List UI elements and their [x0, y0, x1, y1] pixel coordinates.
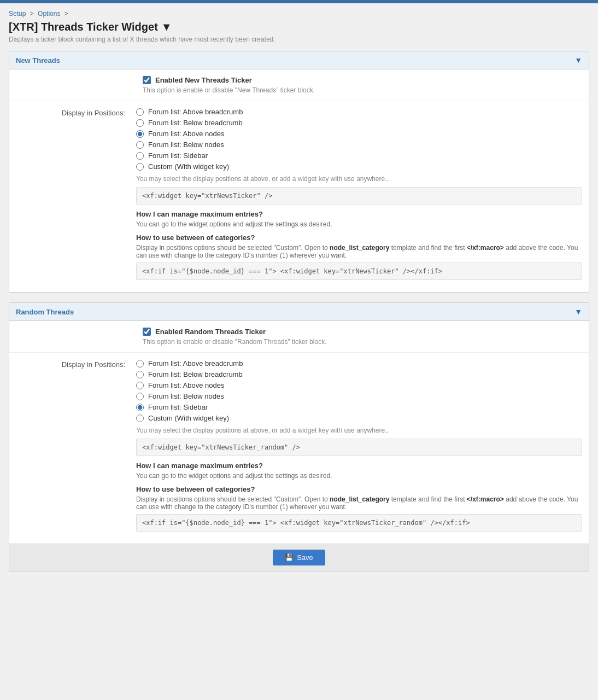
- new-threads-enabled-desc: This option is enable or disable "New Th…: [143, 86, 581, 94]
- new-threads-body: Enabled New Threads Ticker This option i…: [9, 69, 589, 292]
- new-threads-enabled-checkbox[interactable]: [143, 76, 151, 84]
- rt-radio-custom-label[interactable]: Custom (With widget key): [148, 414, 229, 422]
- nt-radio-below-breadcrumb: Forum list: Below breadcrumb: [136, 119, 582, 127]
- nt-position-hint: You may select the display positions at …: [136, 175, 582, 183]
- rt-category-code: <xf:if is="{$node.node_id} === 1"> <xf:w…: [136, 514, 582, 532]
- rt-radio-above-breadcrumb: Forum list: Above breadcrumb: [136, 359, 582, 368]
- nt-category-code: <xf:if is="{$node.node_id} === 1"> <xf:w…: [136, 262, 582, 280]
- random-threads-title: Random Threads: [16, 308, 74, 316]
- rt-position-hint: You may select the display positions at …: [136, 427, 582, 434]
- rt-radio-sidebar-input[interactable]: [136, 404, 144, 411]
- nt-radio-sidebar: Forum list: Sidebar: [136, 151, 582, 160]
- random-threads-enabled-desc: This option is enable or disable "Random…: [143, 338, 581, 346]
- new-threads-title: New Threads: [16, 56, 60, 65]
- nt-radio-above-breadcrumb-input[interactable]: [136, 108, 144, 116]
- save-button-label: Save: [297, 553, 313, 562]
- random-threads-body: Enabled Random Threads Ticker This optio…: [9, 321, 589, 544]
- rt-faq1-title: How I can manage maximum entries?: [136, 462, 582, 470]
- rt-radio-below-breadcrumb-label[interactable]: Forum list: Below breadcrumb: [148, 370, 243, 378]
- rt-faq2-body: Display in positions options should be s…: [136, 495, 582, 511]
- save-icon: 💾: [285, 553, 294, 562]
- rt-faq2-title: How to use between of categories?: [136, 485, 582, 493]
- nt-faq2-title: How to use between of categories?: [136, 234, 582, 242]
- nt-radio-custom: Custom (With widget key): [136, 162, 582, 171]
- page-description: Displays a ticker block containing a lis…: [9, 36, 589, 43]
- save-button[interactable]: 💾 Save: [273, 550, 325, 565]
- nt-radio-above-breadcrumb: Forum list: Above breadcrumb: [136, 108, 582, 116]
- rt-radio-custom-input[interactable]: [136, 415, 144, 422]
- rt-radio-sidebar-label[interactable]: Forum list: Sidebar: [148, 403, 208, 411]
- rt-faq1-body: You can go to the widget options and adj…: [136, 472, 582, 480]
- nt-radio-below-nodes: Forum list: Below nodes: [136, 141, 582, 149]
- new-threads-collapse-icon: ▼: [574, 56, 582, 65]
- breadcrumb-setup[interactable]: Setup: [9, 10, 26, 18]
- rt-radio-above-breadcrumb-label[interactable]: Forum list: Above breadcrumb: [148, 359, 243, 368]
- nt-faq1-title: How I can manage maximum entries?: [136, 210, 582, 218]
- nt-radio-above-nodes-label[interactable]: Forum list: Above nodes: [148, 130, 224, 138]
- new-threads-enabled-label[interactable]: Enabled New Threads Ticker: [155, 76, 252, 84]
- nt-radio-custom-label[interactable]: Custom (With widget key): [148, 162, 229, 171]
- nt-radio-below-breadcrumb-input[interactable]: [136, 119, 144, 127]
- rt-radio-above-nodes: Forum list: Above nodes: [136, 381, 582, 389]
- nt-radio-above-nodes-input[interactable]: [136, 130, 144, 138]
- new-threads-positions-row: Display in Positions: Forum list: Above …: [9, 101, 589, 292]
- random-threads-enabled-checkbox[interactable]: [143, 328, 151, 336]
- breadcrumb-options[interactable]: Options: [38, 10, 60, 18]
- new-threads-header[interactable]: New Threads ▼: [9, 51, 589, 69]
- rt-faq2-bold2: </xf:macro>: [467, 495, 504, 503]
- random-threads-collapse-icon: ▼: [574, 307, 582, 316]
- nt-radio-below-nodes-input[interactable]: [136, 141, 144, 149]
- rt-radio-sidebar: Forum list: Sidebar: [136, 403, 582, 411]
- rt-radio-custom: Custom (With widget key): [136, 414, 582, 422]
- nt-widget-key-code: <xf:widget key="xtrNewsTicker" />: [136, 187, 582, 205]
- rt-radio-below-nodes-input[interactable]: [136, 393, 144, 400]
- rt-radio-below-nodes: Forum list: Below nodes: [136, 392, 582, 400]
- nt-faq1-body: You can go to the widget options and adj…: [136, 220, 582, 228]
- nt-faq2-bold2: </xf:macro>: [467, 244, 504, 252]
- nt-radio-above-nodes: Forum list: Above nodes: [136, 130, 582, 138]
- page-title: [XTR] Threads Ticker Widget ▼: [9, 21, 589, 33]
- random-threads-positions-label: Display in Positions:: [16, 359, 136, 537]
- random-threads-section: Random Threads ▼ Enabled Random Threads …: [9, 302, 589, 571]
- rt-faq2-bold1: node_list_category: [330, 495, 389, 503]
- random-threads-header[interactable]: Random Threads ▼: [9, 303, 589, 321]
- new-threads-positions-label: Display in Positions:: [16, 108, 136, 285]
- nt-radio-custom-input[interactable]: [136, 163, 144, 171]
- new-threads-positions-content: Forum list: Above breadcrumb Forum list:…: [136, 108, 582, 285]
- rt-radio-above-nodes-label[interactable]: Forum list: Above nodes: [148, 381, 224, 389]
- rt-radio-below-nodes-label[interactable]: Forum list: Below nodes: [148, 392, 224, 400]
- breadcrumb: Setup > Options >: [9, 10, 589, 18]
- random-threads-enabled-label[interactable]: Enabled Random Threads Ticker: [155, 328, 266, 336]
- rt-radio-below-breadcrumb: Forum list: Below breadcrumb: [136, 370, 582, 378]
- nt-radio-sidebar-label[interactable]: Forum list: Sidebar: [148, 151, 208, 160]
- rt-radio-below-breadcrumb-input[interactable]: [136, 371, 144, 378]
- new-threads-enabled-row: Enabled New Threads Ticker This option i…: [9, 69, 589, 101]
- rt-radio-above-breadcrumb-input[interactable]: [136, 360, 144, 368]
- title-arrow-icon: ▼: [161, 21, 172, 33]
- save-bar: 💾 Save: [9, 544, 589, 571]
- random-threads-enabled-row: Enabled Random Threads Ticker This optio…: [9, 321, 589, 353]
- random-threads-positions-row: Display in Positions: Forum list: Above …: [9, 353, 589, 544]
- nt-faq2-body: Display in positions options should be s…: [136, 244, 582, 259]
- nt-radio-below-nodes-label[interactable]: Forum list: Below nodes: [148, 141, 224, 149]
- page-wrap: Setup > Options > [XTR] Threads Ticker W…: [0, 3, 598, 700]
- rt-radio-above-nodes-input[interactable]: [136, 382, 144, 389]
- new-threads-section: New Threads ▼ Enabled New Threads Ticker…: [9, 51, 589, 293]
- random-threads-positions-content: Forum list: Above breadcrumb Forum list:…: [136, 359, 582, 537]
- nt-radio-sidebar-input[interactable]: [136, 152, 144, 160]
- nt-faq2-bold1: node_list_category: [330, 244, 389, 252]
- nt-radio-below-breadcrumb-label[interactable]: Forum list: Below breadcrumb: [148, 119, 243, 127]
- rt-widget-key-code: <xf:widget key="xtrNewsTicker_random" />: [136, 439, 582, 456]
- nt-radio-above-breadcrumb-label[interactable]: Forum list: Above breadcrumb: [148, 108, 243, 116]
